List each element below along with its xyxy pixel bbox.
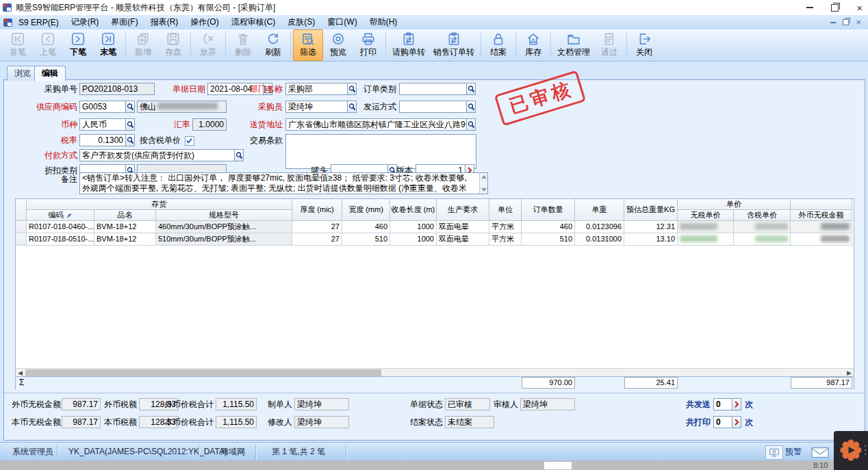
column-header-thickness[interactable]: 厚度 (mic) [292,199,342,221]
grid-cell-thickness[interactable]: 27 [292,221,342,233]
column-header-fc-amount[interactable]: 外币无税金额 [791,210,852,221]
grid-cell-price-with-tax-redacted[interactable] [734,233,791,246]
grid-cell-width[interactable]: 460 [342,221,390,233]
column-header-qty[interactable]: 订单数量 [522,199,575,221]
ship-method-lookup-button[interactable] [466,101,476,113]
grid-cell-name[interactable]: BVM-18+12 [94,233,156,246]
grid-cell-length[interactable]: 1000 [390,233,437,246]
print-button[interactable]: 打印 [353,29,383,61]
buyer-field[interactable]: 梁绮坤 [285,101,348,113]
grid-cell-fc-amount-redacted[interactable] [791,233,852,246]
grid-cell-unit-weight[interactable]: 0.0131000 [575,233,624,246]
column-header-length[interactable]: 收卷长度 (m) [390,199,437,221]
menu-item-report[interactable]: 报表(R) [144,15,185,29]
tax-included-checkbox[interactable] [185,136,194,146]
next-record-button[interactable]: 下笔 [63,29,93,61]
column-group-unit-price[interactable]: 单价 [678,199,791,210]
column-header-name[interactable]: 品名 [94,210,156,221]
save-button[interactable]: 存盘 [158,29,188,61]
menu-item-workflow[interactable]: 流程审核(C) [225,15,282,29]
column-header-est-weight[interactable]: 预估总重量KG [624,199,678,221]
grid-cell-width[interactable]: 510 [342,233,390,246]
grid-cell-price-no-tax-redacted[interactable] [678,233,734,246]
sent-count-field[interactable]: 0 [713,398,732,410]
column-header-unit[interactable]: 单位 [489,199,522,221]
tax-rate-lookup-button[interactable] [125,134,135,146]
currency-lookup-button[interactable] [125,118,135,131]
child-minimize-button[interactable] [830,22,836,23]
screen-recorder-widget[interactable] [834,431,868,470]
delivery-address-field[interactable]: 广东省佛山市顺德区陈村镇广隆工业区兴业八路9号之一 [285,118,467,131]
tab-edit[interactable]: 编辑 [34,66,66,81]
last-record-button[interactable]: 末笔 [93,29,123,61]
scroll-left-icon[interactable]: ◀ [18,370,23,376]
inventory-button[interactable]: 库存 [518,29,548,61]
minimize-button[interactable] [806,7,813,8]
grid-cell-spec[interactable]: 510mm/30um/BOPP预涂触... [156,233,292,246]
supplier-lookup-button[interactable] [125,101,135,113]
refresh-button[interactable]: 刷新 [258,29,288,61]
grid-cell-spec[interactable]: 460mm/30um/BOPP预涂触... [156,221,292,233]
menu-item-window[interactable]: 窗口(W) [321,15,363,29]
grid-cell-qty[interactable]: 460 [522,221,575,233]
scrollbar-thumb[interactable] [25,369,381,376]
scroll-right-icon[interactable]: ▶ [847,370,852,376]
child-close-button[interactable]: × [856,17,861,27]
menu-item-record[interactable]: 记录(R) [65,15,105,29]
discard-button[interactable]: 放弃 [193,29,223,61]
grid-cell-code[interactable]: R0107-018-0460-... [27,221,94,233]
taskbar-item[interactable] [544,462,572,469]
currency-field[interactable]: 人民币 [79,118,126,131]
row-selector[interactable] [16,233,27,246]
grid-cell-fc-amount-redacted[interactable] [791,221,852,233]
grid-cell-production[interactable]: 双面电晕 [437,221,489,233]
grid-cell-price-with-tax-redacted[interactable] [734,221,791,233]
message-envelope-icon[interactable] [810,446,830,458]
menu-item-interface[interactable]: 界面(F) [105,15,144,29]
column-header-width[interactable]: 宽度 (mm) [342,199,390,221]
column-header-spec[interactable]: 规格型号 [156,210,292,221]
ship-method-field[interactable] [399,101,467,113]
preview-button[interactable]: 预览 [323,29,353,61]
restore-button[interactable] [831,4,839,12]
column-header-price-no-tax[interactable]: 无税单价 [678,210,734,221]
row-selector[interactable] [16,221,27,233]
grid-cell-unit[interactable]: 平方米 [489,233,522,246]
tax-rate-field[interactable]: 0.1300 [79,134,126,146]
add-button[interactable]: 新增 [128,29,158,61]
menu-item-s9erp[interactable]: S9 ERP(E) [12,16,65,29]
grid-cell-est-weight[interactable]: 12.31 [624,221,678,233]
child-restore-button[interactable] [843,19,849,25]
column-group-inventory[interactable]: 存货 [27,199,292,210]
grid-cell-length[interactable]: 1000 [390,221,437,233]
payment-lookup-button[interactable] [234,149,244,161]
sent-spinner-button[interactable] [732,398,741,410]
grid-cell-qty[interactable]: 510 [522,233,575,246]
prev-record-button[interactable]: 上笔 [33,29,63,61]
close-case-button[interactable]: 结案 [483,29,513,61]
column-header-code[interactable]: 编码 [27,210,94,221]
menu-item-help[interactable]: 帮助(H) [363,15,404,29]
order-type-lookup-button[interactable] [466,83,476,95]
grid-cell-thickness[interactable]: 27 [292,233,342,246]
remark-textarea[interactable]: <销售订单>转入注意： 出口国外订单， 厚度要够27mic, 胶面电晕值≥38；… [79,172,488,194]
filter-button[interactable]: 筛选 [293,29,323,61]
grid-cell-name[interactable]: BVM-18+12 [94,221,156,233]
remark-scrollbar[interactable] [479,172,488,194]
alert-label[interactable]: 预警 [785,443,802,461]
address-lookup-button[interactable] [466,118,476,131]
first-record-button[interactable]: 首笔 [3,29,33,61]
close-window-button[interactable]: 关闭 [629,29,659,61]
grid-cell-est-weight[interactable]: 13.10 [624,233,678,246]
order-type-field[interactable] [399,83,467,95]
menu-item-skin[interactable]: 皮肤(S) [281,15,321,29]
grid-cell-unit-weight[interactable]: 0.0123096 [575,221,624,233]
approve-button[interactable]: 通过 [594,29,624,61]
column-header-price-with-tax[interactable]: 含税单价 [734,210,791,221]
column-header-unit-weight[interactable]: 单重 [575,199,624,221]
supplier-code-field[interactable]: G0053 [79,101,126,113]
grid-cell-price-no-tax-redacted[interactable] [678,221,734,233]
delete-button[interactable]: 删除 [228,29,258,61]
close-button[interactable]: × [856,3,863,13]
print-spinner-button[interactable] [732,416,741,428]
